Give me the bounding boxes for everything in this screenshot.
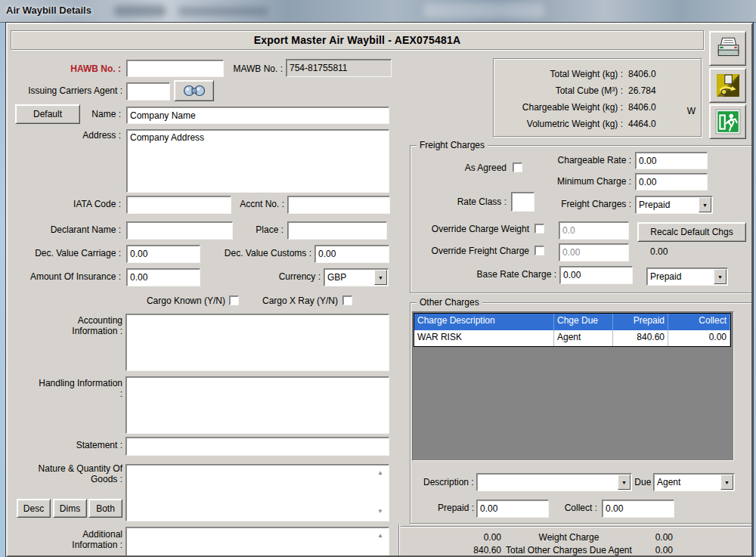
total-cube-label: Total Cube (M³) : [494,85,623,96]
save-icon [715,73,741,98]
chevron-down-icon[interactable]: ▼ [714,269,727,284]
chevron-down-icon[interactable]: ▼ [374,270,387,285]
override-freight-charge-checkbox[interactable] [534,246,544,255]
col-chge-due: Chge Due [554,314,613,330]
print-button[interactable] [709,31,746,66]
issuing-agent-input[interactable] [126,82,170,101]
both-button[interactable]: Both [88,499,122,518]
titlebar-blur-artifact [178,7,268,16]
recalc-default-charges-button[interactable]: Recalc Default Chgs [637,222,746,242]
as-agreed-label: As Agreed [431,162,507,173]
hawb-label: HAWB No. : [23,63,121,74]
base-rate-charge-label: Base Rate Charge : [461,269,556,280]
due-select[interactable]: Agent ▼ [653,473,735,491]
accnt-no-input[interactable] [287,196,390,214]
goods-textarea[interactable] [125,464,389,521]
override-freight-charge-input [559,243,629,261]
weight-flag: W [687,106,696,116]
statement-input[interactable] [125,437,389,456]
statement-label: Statement : [44,440,122,450]
as-agreed-checkbox[interactable] [513,162,522,172]
window-title: Air Waybill Details [6,5,91,16]
chevron-down-icon[interactable]: ▼ [618,475,631,490]
freight-charges-group-title: Freight Charges [417,140,488,150]
air-waybill-dialog: Export Master Air Waybill - AEX075481A [6,23,753,557]
weight-charge-collect-total: 0.00 [639,532,673,543]
currency-select[interactable]: GBP ▼ [324,268,389,286]
chevron-down-icon[interactable]: ▼ [699,197,711,212]
oc-collect-label: Collect : [561,503,597,513]
chargeable-rate-input[interactable] [635,152,708,169]
additional-info-label: Additional Information : [38,529,122,550]
weight-charge-prepaid-total: 0.00 [450,532,501,543]
other-charges-prepaid-total: 840.60 [450,545,501,555]
cargo-known-label: Cargo Known (Y/N) [129,296,225,306]
base-rate-mode-select[interactable]: Prepaid ▼ [646,268,728,286]
col-charge-description: Charge Description [414,314,554,330]
exit-button[interactable] [709,104,746,139]
window-titlebar[interactable]: Air Waybill Details [0,0,756,23]
dec-value-carriage-input[interactable] [126,245,200,263]
freight-charges-mode-label: Freight Charges : [537,199,631,209]
chevron-down-icon[interactable]: ▼ [720,475,733,490]
scroll-down-icon[interactable]: ▼ [377,509,383,515]
name-input[interactable] [126,107,389,124]
cargo-xray-checkbox[interactable] [342,296,352,305]
volumetric-weight-value: 4464.0 [628,119,671,129]
declarant-name-label: Declarant Name : [30,224,121,235]
accounting-info-textarea[interactable] [125,314,389,371]
freight-charges-mode-select[interactable]: Prepaid ▼ [635,196,713,214]
handling-info-label: Handling Information : [38,378,122,399]
accnt-no-label: Accnt No. : [227,199,284,209]
cargo-xray-label: Cargo X Ray (Y/N) [253,296,338,306]
vertical-divider [398,525,400,557]
issuing-agent-label: Issuing Carriers Agent : [14,85,122,96]
table-row[interactable]: WAR RISK Agent 840.60 0.00 [414,330,730,346]
place-input[interactable] [287,221,387,240]
cell-collect: 0.00 [668,330,730,346]
total-weight-label: Total Weight (kg) : [494,69,623,79]
titlebar-blur-artifact [423,3,544,18]
oc-collect-input[interactable] [602,500,674,518]
dec-value-customs-input[interactable] [314,245,389,263]
binoculars-icon [183,85,206,97]
chargeable-weight-label: Chargeable Weight (kg) : [494,102,623,113]
cargo-known-checkbox[interactable] [229,296,239,305]
dec-value-customs-label: Dec. Value Customs : [212,248,311,258]
agent-lookup-button[interactable] [174,80,214,101]
rate-class-input[interactable] [511,192,534,212]
oc-prepaid-input[interactable] [476,500,549,518]
desc-button[interactable]: Desc [17,499,51,518]
override-charge-weight-checkbox[interactable] [534,224,544,234]
dims-button[interactable]: Dims [53,499,87,518]
base-rate-charge-input[interactable] [559,266,633,284]
cell-charge-description: WAR RISK [414,330,554,346]
scroll-up-icon[interactable]: ▲ [377,533,383,539]
place-label: Place : [238,224,284,235]
insurance-input[interactable] [126,268,200,286]
save-button[interactable] [709,68,746,103]
total-weight-value: 8406.0 [628,69,671,79]
recalc-result-value: 0.00 [650,246,696,257]
scroll-up-icon[interactable]: ▲ [377,470,383,476]
minimum-charge-input[interactable] [635,173,708,190]
description-select[interactable]: ▼ [476,473,632,491]
hawb-input[interactable] [126,60,224,77]
exit-icon [715,109,741,135]
other-charges-grid: Charge Description Chge Due Prepaid Coll… [412,311,734,461]
iata-code-label: IATA Code : [38,199,121,209]
override-charge-weight-label: Override Charge Weight [416,224,529,234]
additional-info-textarea[interactable] [125,527,389,557]
table-header-row: Charge Description Chge Due Prepaid Coll… [414,314,730,330]
goods-label: Nature & Quantity Of Goods : [29,463,122,484]
cell-chge-due: Agent [554,330,613,346]
form-header-panel: Export Master Air Waybill - AEX075481A [11,30,704,50]
minimum-charge-label: Minimum Charge : [537,176,631,187]
declarant-name-input[interactable] [126,221,233,240]
name-label: Name : [57,109,121,119]
cell-prepaid: 840.60 [613,330,668,346]
handling-info-textarea[interactable] [125,376,389,434]
horizontal-divider [401,526,753,528]
address-textarea[interactable]: Company Address [126,129,389,193]
iata-code-input[interactable] [126,196,231,214]
